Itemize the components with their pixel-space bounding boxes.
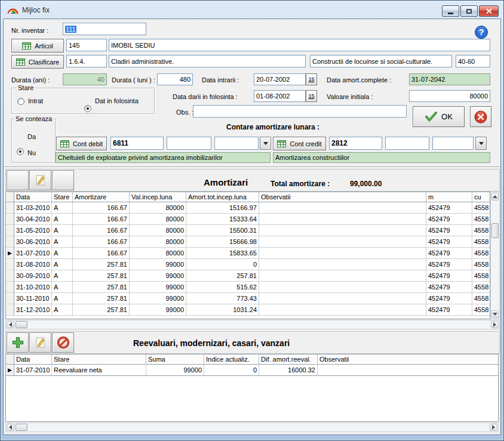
- column-header[interactable]: Observatii: [259, 192, 426, 202]
- table-cell: 166.67: [73, 248, 130, 259]
- cont-debit-analitic2-input[interactable]: [214, 137, 259, 150]
- radio-da[interactable]: [17, 148, 24, 155]
- row-selector[interactable]: [6, 293, 14, 304]
- column-header[interactable]: m: [426, 192, 472, 202]
- cont-credit-analitic2-input[interactable]: [432, 137, 474, 150]
- articol-code-input[interactable]: 145: [66, 39, 107, 51]
- table-row[interactable]: ▶31-07-2010A166.678000015833.65452479455…: [6, 248, 490, 259]
- data-darii-input[interactable]: 01-08-2002: [254, 90, 306, 102]
- obs-label: Obs. :: [176, 109, 193, 116]
- row-selector[interactable]: [6, 282, 14, 293]
- data-intrarii-calendar-button[interactable]: 15: [306, 73, 317, 85]
- cont-credit-input[interactable]: 2812: [329, 137, 382, 150]
- column-header[interactable]: Dif. amort.reeval.: [259, 354, 318, 365]
- cont-credit-dropdown-button[interactable]: [475, 137, 487, 150]
- row-selector[interactable]: ▶: [6, 248, 14, 259]
- row-selector[interactable]: [6, 214, 14, 225]
- add-reevaluare-button[interactable]: [7, 332, 29, 353]
- column-header[interactable]: cu: [472, 192, 490, 202]
- column-header[interactable]: Stare: [52, 192, 73, 202]
- table-row[interactable]: 30-04-2010A166.678000015333.644524794558: [6, 214, 490, 225]
- scroll-thumb[interactable]: [16, 424, 27, 431]
- clasificare-button[interactable]: Clasificare: [11, 55, 64, 69]
- radio-da-label[interactable]: Da: [27, 133, 36, 140]
- cont-debit-button[interactable]: Cont debit: [56, 137, 107, 150]
- scroll-left-button[interactable]: [7, 321, 14, 328]
- table-row[interactable]: 30-06-2010A166.678000015666.984524794558: [6, 236, 490, 248]
- table-row[interactable]: 31-10-2010A257.8199000515.624524794558: [6, 282, 490, 293]
- table-row[interactable]: 30-09-2010A257.8199000257.814524794558: [6, 270, 490, 282]
- articol-name-input[interactable]: IMOBIL SEDIU: [109, 39, 490, 51]
- table-cell: 99000: [130, 293, 186, 304]
- row-selector[interactable]: [6, 236, 14, 248]
- row-selector[interactable]: [6, 225, 14, 236]
- row-selector[interactable]: [6, 259, 14, 270]
- data-darii-calendar-button[interactable]: 15: [306, 90, 317, 102]
- table-row[interactable]: 31-12-2010A257.81990001031.244524794558: [6, 304, 490, 316]
- column-header[interactable]: Stare: [52, 354, 146, 365]
- scroll-left-button[interactable]: [7, 424, 14, 431]
- scroll-up-button[interactable]: [491, 193, 499, 201]
- durata-ani-value: 40: [97, 76, 105, 83]
- cont-credit-analitic1-input[interactable]: [385, 137, 429, 150]
- close-button[interactable]: [479, 5, 499, 17]
- clasificare-range-input[interactable]: 40-60: [456, 55, 490, 67]
- edit-reevaluare-button[interactable]: [29, 332, 51, 353]
- row-selector[interactable]: [6, 270, 14, 282]
- maximize-button[interactable]: [460, 5, 478, 17]
- edit-amortizare-button[interactable]: [29, 170, 51, 190]
- data-intrarii-value: 20-07-2002: [256, 76, 290, 83]
- obs-input[interactable]: [193, 105, 407, 118]
- table-row[interactable]: 30-11-2010A257.8199000773.434524794558: [6, 293, 490, 304]
- minimize-button[interactable]: [442, 5, 459, 17]
- cont-debit-dropdown-button[interactable]: [260, 137, 271, 150]
- column-header[interactable]: Amortizare: [73, 192, 130, 202]
- table-row[interactable]: 31-08-2010A257.819900004524794558: [6, 259, 490, 270]
- scroll-down-button[interactable]: [491, 310, 499, 318]
- radio-intrat[interactable]: [17, 98, 24, 105]
- radio-dat-in-folosinta[interactable]: [84, 105, 91, 112]
- row-selector[interactable]: [6, 202, 14, 214]
- column-header[interactable]: Val.incep.luna: [130, 192, 186, 202]
- durata-luni-label: Durata ( luni ) :: [112, 76, 155, 84]
- column-header[interactable]: Suma: [146, 354, 204, 365]
- radio-intrat-label[interactable]: Intrat: [28, 97, 43, 104]
- amortizari-vertical-scrollbar[interactable]: [490, 192, 500, 319]
- table-row[interactable]: 31-05-2010A166.678000015500.314524794558: [6, 225, 490, 236]
- cont-debit-analitic1-input[interactable]: [167, 137, 211, 150]
- scroll-right-button[interactable]: [491, 321, 499, 328]
- clasificare-group-input[interactable]: Constructii de locuinse si social-cultur…: [310, 55, 452, 67]
- radio-dat-in-folosinta-label[interactable]: Dat in folosinta: [95, 97, 139, 104]
- table-cell: Reevaluare neta: [52, 365, 146, 376]
- column-header[interactable]: Data: [14, 192, 52, 202]
- amortizari-horizontal-scrollbar[interactable]: [5, 320, 500, 329]
- table-cell: A: [52, 248, 73, 259]
- arrow-right-icon: [493, 322, 496, 327]
- reevaluari-horizontal-scrollbar[interactable]: [5, 423, 499, 432]
- articol-button[interactable]: Articol: [11, 39, 64, 53]
- column-header[interactable]: Indice actualiz.: [204, 354, 259, 365]
- delete-amortizare-button[interactable]: [52, 170, 74, 190]
- cont-debit-input[interactable]: 6811: [110, 137, 164, 150]
- durata-luni-input[interactable]: 480: [157, 73, 193, 85]
- row-selector[interactable]: ▶: [6, 365, 14, 376]
- nr-inventar-input[interactable]: 111: [63, 23, 146, 35]
- column-header[interactable]: Amort.tot.incep.luna: [186, 192, 259, 202]
- valoare-input[interactable]: 80000: [409, 90, 490, 102]
- scroll-thumb[interactable]: [16, 321, 27, 328]
- column-header[interactable]: Data: [14, 354, 52, 365]
- radio-nu-label[interactable]: Nu: [27, 149, 36, 156]
- add-amortizare-button[interactable]: [7, 170, 29, 190]
- table-row[interactable]: ▶31-07-2010Reevaluare neta99000016000.32: [6, 365, 498, 376]
- scroll-right-button[interactable]: [490, 424, 497, 431]
- block-reevaluare-button[interactable]: [52, 332, 74, 353]
- table-grid-icon: [16, 58, 25, 66]
- clasificare-name-input[interactable]: Cladiri administrative.: [109, 55, 306, 67]
- row-selector[interactable]: [6, 304, 14, 316]
- clasificare-code-input[interactable]: 1.6.4.: [66, 55, 107, 67]
- column-header[interactable]: Observatii: [318, 354, 499, 365]
- table-row[interactable]: 31-03-2010A166.678000015166.974524794558: [6, 202, 490, 214]
- scroll-thumb[interactable]: [491, 223, 499, 238]
- data-intrarii-input[interactable]: 20-07-2002: [254, 73, 306, 85]
- cont-credit-button[interactable]: Cont credit: [273, 137, 326, 150]
